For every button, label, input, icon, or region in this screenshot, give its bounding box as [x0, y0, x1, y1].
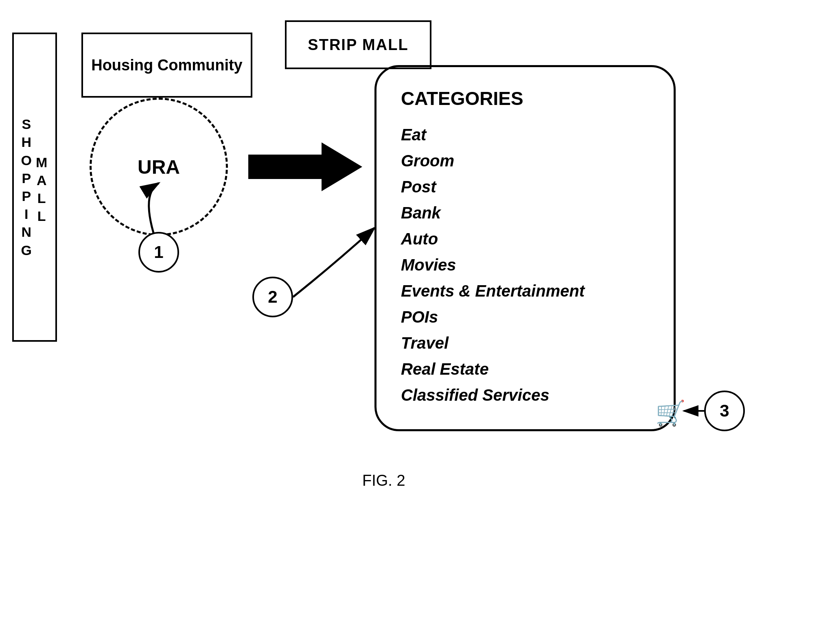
ura-label: URA	[138, 156, 180, 178]
shopping-mall-box: SHOPPING MALL	[12, 33, 57, 342]
list-item: Bank	[401, 200, 649, 226]
housing-community-label: Housing Community	[91, 57, 243, 74]
list-item: Classified Services	[401, 382, 649, 408]
diagram: SHOPPING MALL Housing Community STRIP MA…	[0, 0, 834, 644]
list-item: Groom	[401, 148, 649, 174]
big-arrow-svg	[248, 142, 362, 191]
categories-title: CATEGORIES	[401, 87, 649, 109]
list-item: Movies	[401, 252, 649, 278]
strip-mall-label: STRIP MALL	[308, 36, 408, 54]
circle-2: 2	[252, 277, 293, 317]
list-item: Auto	[401, 226, 649, 252]
list-item: Events & Entertainment	[401, 278, 649, 304]
list-item: Post	[401, 174, 649, 200]
categories-list: Eat Groom Post Bank Auto Movies Events &…	[401, 122, 649, 408]
list-item: Real Estate	[401, 356, 649, 382]
figure-label: FIG. 2	[362, 472, 405, 489]
housing-community-box: Housing Community	[81, 33, 252, 98]
list-item: Travel	[401, 330, 649, 356]
mall-text: MALL	[36, 149, 48, 225]
big-arrow-container	[248, 142, 362, 191]
strip-mall-box: STRIP MALL	[285, 20, 431, 69]
svg-marker-3	[248, 142, 362, 191]
ura-circle: URA	[90, 98, 228, 236]
circle-1: 1	[138, 232, 179, 273]
cart-icon: 🛒	[655, 399, 686, 428]
categories-box: CATEGORIES Eat Groom Post Bank Auto Movi…	[374, 65, 676, 431]
list-item: POIs	[401, 304, 649, 330]
shopping-text: SHOPPING	[21, 115, 33, 259]
circle-3: 3	[704, 391, 745, 431]
list-item: Eat	[401, 122, 649, 148]
